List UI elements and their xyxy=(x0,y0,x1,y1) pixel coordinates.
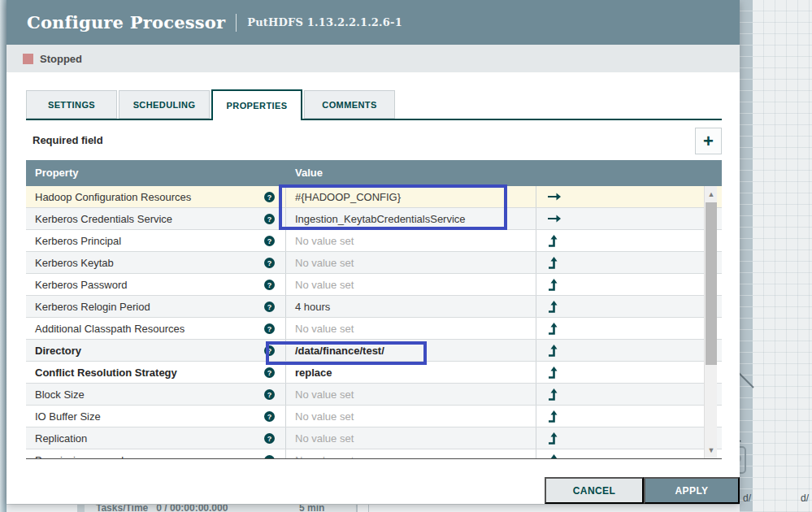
processor-type-version: PutHDFS 1.13.2.2.1.2.6-1 xyxy=(247,16,402,28)
property-column-header: Property xyxy=(35,167,78,179)
property-value-cell[interactable]: No value set xyxy=(286,318,536,339)
property-name: Kerberos Password xyxy=(35,279,127,291)
property-value: No value set xyxy=(295,388,354,401)
help-icon[interactable]: ? xyxy=(264,192,275,202)
level-up-arrow-icon[interactable] xyxy=(546,366,558,379)
tab-settings[interactable]: SETTINGS xyxy=(26,90,117,119)
property-name-cell: Block Size ? xyxy=(26,384,286,405)
divider xyxy=(356,505,357,512)
help-icon[interactable]: ? xyxy=(264,323,275,334)
property-name-cell: Kerberos Principal ? xyxy=(26,230,286,251)
property-name-cell: Kerberos Credentials Service ? xyxy=(26,208,286,229)
property-name-cell: Hadoop Configuration Resources ? xyxy=(26,186,286,207)
help-icon[interactable]: ? xyxy=(264,455,275,459)
table-row[interactable]: Replication ? No value set xyxy=(26,427,722,449)
tab-label: SCHEDULING xyxy=(133,100,196,110)
property-action-cell xyxy=(536,208,722,229)
property-name: Additional Classpath Resources xyxy=(35,323,185,335)
stopped-status-icon xyxy=(23,54,33,64)
add-property-button[interactable]: + xyxy=(695,128,722,154)
property-name-cell: IO Buffer Size ? xyxy=(26,406,286,427)
table-row[interactable]: Conflict Resolution Strategy ? replace xyxy=(26,362,722,384)
help-icon[interactable]: ? xyxy=(264,258,275,268)
help-icon[interactable]: ? xyxy=(264,280,275,290)
level-up-arrow-icon[interactable] xyxy=(546,322,558,335)
property-name: Directory xyxy=(35,345,81,357)
level-up-arrow-icon[interactable] xyxy=(546,300,558,313)
cancel-button[interactable]: CANCEL xyxy=(545,477,644,504)
property-name: Hadoop Configuration Resources xyxy=(35,191,191,203)
table-row[interactable]: Kerberos Keytab ? No value set xyxy=(26,252,722,274)
table-scrollbar[interactable]: ▲ ▼ xyxy=(704,186,717,458)
level-up-arrow-icon[interactable] xyxy=(546,453,558,459)
property-name: Replication xyxy=(35,432,87,445)
help-icon[interactable]: ? xyxy=(264,367,275,378)
property-value-cell[interactable]: No value set xyxy=(286,252,536,273)
tab-label: PROPERTIES xyxy=(227,101,288,111)
property-value: 4 hours xyxy=(295,301,330,313)
property-action-cell xyxy=(536,427,722,449)
property-value-cell[interactable]: 4 hours xyxy=(286,296,536,317)
help-icon[interactable]: ? xyxy=(264,411,275,422)
dialog-header: Configure Processor PutHDFS 1.13.2.2.1.2… xyxy=(7,0,740,45)
help-icon[interactable]: ? xyxy=(264,302,275,312)
property-name-cell: Kerberos Relogin Period ? xyxy=(26,296,286,317)
configure-processor-dialog: Configure Processor PutHDFS 1.13.2.2.1.2… xyxy=(7,0,740,504)
scrollbar-up-icon[interactable]: ▲ xyxy=(705,188,718,201)
canvas-processor-strip: Tasks/Time 0 / 00:00:00.000 5 min xyxy=(7,504,740,512)
table-row[interactable]: Block Size ? No value set xyxy=(26,384,722,406)
property-value-cell[interactable]: No value set xyxy=(286,427,536,449)
property-name: Kerberos Keytab xyxy=(35,257,114,269)
property-value: replace xyxy=(295,367,332,379)
tab-bar-underline xyxy=(26,119,722,120)
property-action-cell xyxy=(536,274,722,295)
table-row[interactable]: Additional Classpath Resources ? No valu… xyxy=(26,318,722,340)
property-action-cell xyxy=(536,252,722,273)
property-action-cell xyxy=(536,186,722,207)
level-up-arrow-icon[interactable] xyxy=(546,256,558,269)
property-action-cell xyxy=(536,340,722,361)
property-value-cell[interactable]: No value set xyxy=(286,230,536,251)
property-value: No value set xyxy=(295,323,354,335)
tab-comments[interactable]: COMMENTS xyxy=(304,90,395,119)
table-row[interactable]: Permissions umask ? No value set xyxy=(26,449,722,459)
help-icon[interactable]: ? xyxy=(264,214,275,224)
help-icon[interactable]: ? xyxy=(264,433,275,444)
property-value-cell[interactable]: No value set xyxy=(286,449,536,459)
level-up-arrow-icon[interactable] xyxy=(546,432,558,445)
level-up-arrow-icon[interactable] xyxy=(546,388,558,401)
help-icon[interactable]: ? xyxy=(264,236,275,246)
table-row[interactable]: Kerberos Principal ? No value set xyxy=(26,230,722,252)
property-action-cell xyxy=(536,318,722,339)
help-icon[interactable]: ? xyxy=(264,389,275,400)
scrollbar-thumb[interactable] xyxy=(706,202,717,365)
table-row[interactable]: Kerberos Password ? No value set xyxy=(26,274,722,296)
property-value: No value set xyxy=(295,410,354,423)
property-action-cell xyxy=(536,449,722,459)
apply-button[interactable]: APPLY xyxy=(644,477,740,504)
property-value: No value set xyxy=(295,257,354,269)
required-field-label: Required field xyxy=(33,134,103,146)
property-value-cell[interactable]: No value set xyxy=(286,406,536,427)
level-up-arrow-icon[interactable] xyxy=(546,410,558,423)
table-row[interactable]: Kerberos Relogin Period ? 4 hours xyxy=(26,296,722,318)
dialog-title: Configure Processor xyxy=(27,12,225,33)
tab-scheduling[interactable]: SCHEDULING xyxy=(119,90,210,119)
tab-properties[interactable]: PROPERTIES xyxy=(211,89,302,120)
scrollbar-down-icon[interactable]: ▼ xyxy=(705,444,718,457)
annotation-box-service-values xyxy=(279,184,507,230)
level-up-arrow-icon[interactable] xyxy=(546,278,558,291)
go-to-service-arrow-icon[interactable] xyxy=(546,190,562,203)
tab-bar: SETTINGS SCHEDULING PROPERTIES COMMENTS xyxy=(26,89,722,120)
annotation-box-directory-value xyxy=(266,341,427,365)
property-value-cell[interactable]: No value set xyxy=(286,274,536,295)
go-to-service-arrow-icon[interactable] xyxy=(546,212,562,225)
table-row[interactable]: IO Buffer Size ? No value set xyxy=(26,406,722,427)
property-value-cell[interactable]: No value set xyxy=(286,384,536,405)
property-action-cell xyxy=(536,384,722,405)
property-action-cell xyxy=(536,362,722,383)
processor-stats: Tasks/Time 0 / 00:00:00.000 xyxy=(96,504,228,512)
level-up-arrow-icon[interactable] xyxy=(546,344,558,357)
property-name: Kerberos Credentials Service xyxy=(35,213,172,225)
level-up-arrow-icon[interactable] xyxy=(546,234,558,247)
